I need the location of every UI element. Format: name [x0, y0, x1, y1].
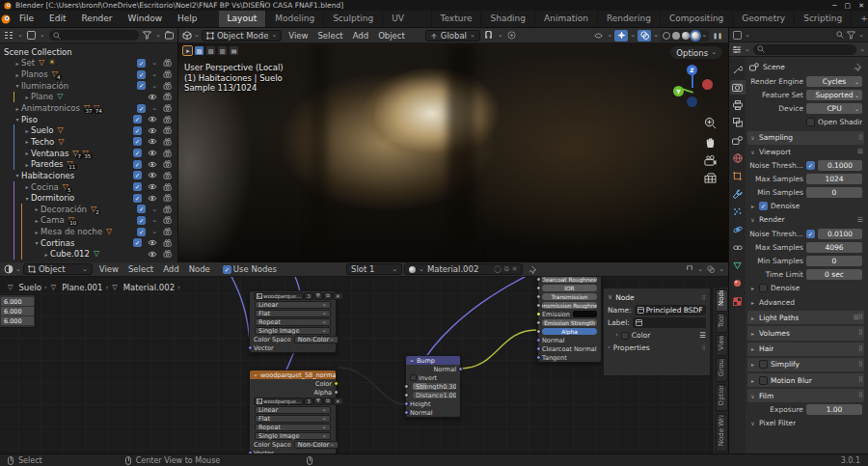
rendered-shading-icon[interactable] [692, 32, 699, 40]
bump-node[interactable]: ⌄ Bump Normal Invert Strength 0 [405, 355, 461, 418]
expand-arrow-icon[interactable]: ▸ [14, 105, 21, 112]
expand-arrow-icon[interactable]: ▸ [749, 299, 756, 306]
expand-arrow-icon[interactable]: ▸ [23, 94, 31, 100]
exclude-checkbox[interactable] [137, 104, 146, 113]
outliner-item-label[interactable]: Animatronicos [21, 103, 80, 113]
properties-subpanel[interactable]: ›Properties ⠿ [608, 342, 706, 354]
camera-icon[interactable] [163, 116, 173, 123]
workspace-tab[interactable]: Texture Paint [432, 11, 482, 27]
exclude-checkbox[interactable] [133, 182, 142, 191]
workspace-tab[interactable]: Rendering [598, 11, 661, 27]
vector-value-field[interactable]: 6.000 [1, 297, 34, 306]
expand-arrow-icon[interactable]: ▸ [14, 71, 21, 78]
property-row[interactable]: Open Shading Lan... ⌄ [747, 116, 864, 129]
eye-icon[interactable] [148, 172, 157, 178]
property-row[interactable]: ∨ Viewport ⌄ ☰ [747, 145, 864, 158]
eye-closed-icon[interactable]: ⌄ [151, 104, 157, 112]
property-row[interactable]: Max Samples 4096 ⌄ [747, 240, 864, 254]
outliner-item-label[interactable]: Piso [21, 115, 38, 124]
sidebar-tab[interactable]: View [716, 335, 728, 356]
slot-dropdown[interactable]: Slot 1⌄ [346, 263, 402, 275]
properties-tab[interactable] [730, 151, 746, 166]
blender-menu-icon[interactable] [0, 14, 12, 24]
pause-preview-button[interactable]: ❚❚ [711, 30, 724, 41]
input-socket[interactable] [536, 355, 541, 360]
minimize-button[interactable]: ─ [832, 2, 836, 10]
select-lasso-tool-icon[interactable]: ▤ [229, 45, 239, 56]
exclude-checkbox[interactable] [137, 205, 146, 213]
unlink-image-chip-icon[interactable]: ✕ [333, 292, 343, 300]
input-socket[interactable] [536, 329, 541, 334]
property-row[interactable]: Render Engine Cycles ⌄ [747, 74, 864, 88]
expand-arrow-icon[interactable]: ▸ [749, 285, 756, 291]
eye-icon[interactable] [148, 127, 157, 134]
solid-shading-icon[interactable] [672, 32, 680, 40]
expand-arrow-icon[interactable]: ▸ [23, 183, 31, 190]
bsdf-input-row[interactable]: Transmission Roughness Transmission Roug… [538, 301, 601, 310]
node-canvas[interactable]: ▽ Suelo › ▽ Plane.001 › ▽ Material.002 ›… [0, 277, 728, 453]
workspace-tab[interactable]: Geometry Nodes [733, 11, 795, 27]
properties-tab[interactable] [730, 169, 746, 183]
workspace-tab[interactable]: Sculpting [324, 11, 383, 27]
zoom-icon[interactable] [704, 117, 717, 129]
menu-item[interactable]: File [12, 11, 41, 27]
input-socket[interactable] [536, 286, 541, 290]
properties-tab[interactable] [730, 259, 746, 273]
outliner-search-input[interactable] [49, 30, 139, 41]
camera-icon[interactable] [163, 104, 173, 112]
node-input[interactable]: Height [406, 399, 460, 408]
eye-icon[interactable] [148, 195, 157, 202]
new-material-icon[interactable]: ⧉ [504, 265, 509, 273]
expand-arrow-icon[interactable]: ▾ [23, 195, 31, 202]
property-row[interactable]: Exposure 1.00 ⌄ [747, 402, 864, 416]
property-value-field[interactable]: CPU ⌄ [806, 103, 862, 114]
camera-icon[interactable] [163, 126, 173, 134]
outliner-item-label[interactable]: Decoración [41, 205, 87, 214]
outliner-row[interactable]: ▾ ▽ Habitaciones ⌄ [0, 170, 177, 181]
overlays-toggle-icon[interactable] [637, 30, 651, 41]
node-select[interactable]: Flat⌄ [255, 415, 331, 423]
property-checkbox[interactable] [806, 161, 815, 170]
node-slider-row[interactable]: Strength 0.300 [406, 382, 460, 391]
filter-dropdown-icon[interactable]: ⌄ [859, 46, 865, 53]
property-value-field[interactable]: 0 ⌄ [806, 256, 862, 266]
new-image-chip-icon[interactable]: ⧉ [323, 292, 333, 300]
property-value-field[interactable]: Cycles ⌄ [806, 76, 862, 87]
outliner-item-label[interactable]: Cocina [31, 182, 59, 192]
outliner-item-label[interactable]: Suelo [31, 125, 54, 135]
input-socket[interactable] [536, 338, 541, 343]
node-select[interactable]: Single Image⌄ [255, 327, 331, 335]
camera-icon[interactable] [163, 138, 173, 146]
sidebar-tab[interactable]: Options [716, 384, 728, 411]
expand-arrow-icon[interactable]: ▸ [33, 206, 41, 212]
outliner-row[interactable]: ▸ ▽ Suelo ▽ ⌄ [0, 124, 177, 136]
outliner-row[interactable]: ▸ ▽ Decoración ▽2 ⌄ [0, 204, 177, 215]
colorspace-select[interactable]: Non-Color⌄ [294, 336, 339, 343]
node-panel-header[interactable]: ∨Node ⠿ [608, 291, 706, 304]
sidebar-tab[interactable]: Node Wrangl [716, 414, 728, 452]
expand-arrow-icon[interactable]: ▸ [749, 203, 756, 209]
input-socket[interactable] [536, 312, 541, 316]
viewport-menu-item[interactable]: Select [312, 31, 347, 41]
color-checkbox[interactable] [621, 332, 629, 340]
outliner-row[interactable]: ▸ ▽ Cube.012 ▽ ⌄ [0, 249, 177, 260]
expand-arrow-icon[interactable]: ▸ [42, 251, 50, 258]
proportional-edit-icon[interactable] [505, 30, 519, 41]
bsdf-input-row[interactable]: Normal Normal [538, 336, 601, 344]
property-row[interactable]: ∨ Film ⌄ ⠿ [747, 389, 864, 402]
camera-icon[interactable] [163, 216, 173, 224]
node-label-field[interactable] [633, 317, 706, 328]
node-select[interactable]: Linear⌄ [255, 406, 331, 414]
expand-arrow-icon[interactable]: ▾ [14, 82, 21, 89]
color-output[interactable]: Color [250, 379, 336, 388]
workspace-tab[interactable]: + [852, 11, 868, 27]
camera-icon[interactable] [163, 183, 173, 191]
property-row[interactable]: ▸ Denoise ⌄ [747, 282, 864, 295]
color-socket[interactable] [334, 381, 339, 386]
fake-user-icon[interactable]: ◯ [494, 265, 502, 273]
property-row[interactable]: ▸ Simplify ⌄ ⠿ [747, 358, 864, 371]
properties-tab[interactable] [730, 276, 746, 290]
property-row[interactable]: ∨ Sampling ⌄ ⠿ [747, 131, 864, 145]
properties-tab[interactable] [730, 116, 746, 130]
viewport-menu-item[interactable]: Object [373, 31, 410, 41]
